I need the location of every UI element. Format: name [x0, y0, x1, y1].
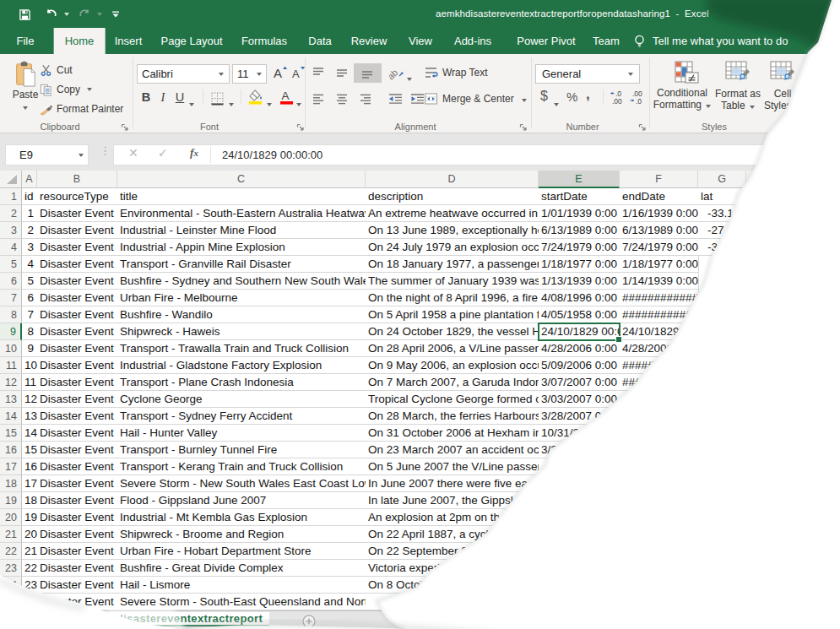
- cell-B1[interactable]: resourceType: [37, 188, 118, 205]
- cell-G1[interactable]: lat: [698, 188, 747, 205]
- cell-A7[interactable]: 6: [22, 290, 38, 306]
- cell-C19[interactable]: Flood - Gippsland June 2007: [117, 492, 366, 509]
- cell-D1[interactable]: description: [366, 188, 539, 205]
- cell-D23[interactable]: Victoria experienced: [366, 560, 539, 577]
- customize-qat-button[interactable]: [110, 10, 122, 19]
- cell-B6[interactable]: Disaster Event: [37, 273, 118, 290]
- row-header-13[interactable]: 13: [0, 391, 22, 408]
- cell-F20[interactable]: [620, 509, 699, 526]
- cell-C14[interactable]: Transport - Sydney Ferry Accident: [117, 408, 366, 425]
- cell-C21[interactable]: Shipwreck - Broome and Region: [117, 526, 366, 543]
- cell-D7[interactable]: On the night of 8 April 1996, a fire: [366, 290, 539, 306]
- select-all-button[interactable]: [0, 171, 22, 188]
- row-header-23[interactable]: 23: [0, 560, 22, 577]
- sheet-tab-active[interactable]: disastereventextractreport: [110, 612, 269, 626]
- cell-C4[interactable]: Industrial - Appin Mine Explosion: [117, 239, 366, 256]
- cell-D17[interactable]: On 5 June 2007 the V/Line passenger: [366, 458, 539, 475]
- cell-E6[interactable]: 1/13/1939 0:00: [539, 273, 621, 290]
- cell-F21[interactable]: [620, 526, 699, 543]
- column-header-B[interactable]: B: [37, 171, 117, 188]
- tab-page-layout[interactable]: Page Layout: [149, 28, 233, 54]
- cell-C16[interactable]: Transport - Burnley Tunnel Fire: [117, 442, 366, 458]
- center-button[interactable]: [335, 92, 349, 109]
- cell-F5[interactable]: 1/18/1977 0:00: [620, 256, 699, 273]
- cell-A25[interactable]: 24: [22, 594, 38, 610]
- cell-D19[interactable]: In late June 2007, the Gippsland: [366, 492, 539, 509]
- cell-E1[interactable]: startDate: [539, 188, 621, 205]
- cell-C1[interactable]: title: [117, 188, 366, 205]
- increase-decimal-button[interactable]: .0.00: [610, 89, 626, 107]
- tab-data[interactable]: Data: [297, 28, 342, 54]
- cell-D6[interactable]: The summer of January 1939 was one: [366, 273, 539, 290]
- percent-style-button[interactable]: %: [566, 89, 577, 104]
- cell-D12[interactable]: On 7 March 2007, a Garuda Indonesia: [366, 374, 539, 391]
- name-box-resize-grip[interactable]: ⋮: [100, 149, 103, 165]
- cell-F3[interactable]: 6/13/1989 0:00: [620, 222, 699, 239]
- cell-A22[interactable]: 21: [22, 543, 38, 560]
- cell-C5[interactable]: Transport - Granville Rail Disaster: [117, 256, 366, 273]
- undo-dropdown[interactable]: [62, 13, 71, 16]
- cell-A19[interactable]: 18: [22, 492, 38, 509]
- cell-F14[interactable]: [620, 408, 699, 425]
- cell-D11[interactable]: On 9 May 2006, an explosion occurred: [366, 357, 539, 374]
- number-format-combo[interactable]: General: [535, 64, 640, 84]
- cell-C9[interactable]: Shipwreck - Haweis: [117, 323, 366, 340]
- underline-button[interactable]: U: [174, 90, 186, 104]
- cell-E25[interactable]: [539, 594, 621, 610]
- cell-B14[interactable]: Disaster Event: [37, 408, 118, 425]
- italic-button[interactable]: I: [158, 90, 168, 105]
- cell-D10[interactable]: On 28 April 2006, a V/Line passenger: [366, 340, 539, 357]
- cell-A23[interactable]: 22: [22, 560, 38, 577]
- row-header-18[interactable]: 18: [0, 475, 22, 492]
- cell-E8[interactable]: 4/05/1958 0:00: [539, 306, 621, 323]
- cell-F1[interactable]: endDate: [620, 188, 699, 205]
- cell-B5[interactable]: Disaster Event: [37, 256, 118, 273]
- merge-center-button[interactable]: Merge & Center: [424, 92, 527, 106]
- cut-button[interactable]: Cut: [40, 63, 73, 77]
- align-left-button[interactable]: [312, 92, 325, 109]
- cell-F18[interactable]: [620, 475, 699, 492]
- column-header-H[interactable]: H: [746, 171, 840, 188]
- tab-power-pivot[interactable]: Power Pivot: [506, 28, 586, 54]
- cell-A17[interactable]: 16: [22, 458, 38, 475]
- cell-B19[interactable]: Disaster Event: [37, 492, 118, 509]
- format-as-table-button[interactable]: Format as Table: [713, 61, 762, 111]
- cell-styles-button[interactable]: Cell Styles: [758, 61, 807, 111]
- row-header-22[interactable]: 22: [0, 543, 22, 560]
- shrink-font-button[interactable]: A: [290, 65, 306, 84]
- cell-A11[interactable]: 10: [22, 357, 38, 374]
- paste-button[interactable]: Paste: [8, 59, 42, 120]
- accounting-dropdown[interactable]: [554, 97, 559, 109]
- cell-B22[interactable]: Disaster Event: [37, 543, 118, 560]
- cell-E10[interactable]: 4/28/2006 0:00: [539, 340, 621, 357]
- undo-button[interactable]: [43, 8, 60, 21]
- accounting-format-button[interactable]: $: [540, 89, 548, 104]
- font-dialog-launcher[interactable]: [296, 123, 305, 132]
- fill-color-button[interactable]: [247, 89, 264, 108]
- column-header-D[interactable]: D: [366, 171, 539, 188]
- tab-add-ins[interactable]: Add-ins: [443, 28, 502, 54]
- cell-G2[interactable]: -33.11: [698, 205, 747, 222]
- new-sheet-button[interactable]: [302, 613, 316, 628]
- save-button[interactable]: [15, 8, 34, 21]
- align-right-button[interactable]: [359, 92, 372, 109]
- cell-B13[interactable]: Disaster Event: [37, 391, 118, 408]
- conditional-formatting-button[interactable]: Conditional Formatting: [652, 61, 713, 111]
- cell-F24[interactable]: [620, 577, 699, 594]
- formula-input[interactable]: 24/10/1829 00:00:00: [222, 145, 322, 165]
- cell-B8[interactable]: Disaster Event: [37, 306, 118, 323]
- font-size-combo[interactable]: 11: [232, 64, 267, 84]
- cell-B9[interactable]: Disaster Event: [37, 323, 118, 340]
- cell-B16[interactable]: Disaster Event: [37, 442, 118, 458]
- orientation-button[interactable]: ab: [389, 65, 404, 83]
- cell-B3[interactable]: Disaster Event: [37, 222, 118, 239]
- cell-C6[interactable]: Bushfire - Sydney and Southern New South…: [117, 273, 366, 290]
- cell-F10[interactable]: 4/28/2006 0:00: [620, 340, 699, 357]
- column-header-F[interactable]: F: [620, 171, 698, 188]
- cell-F12[interactable]: ############: [620, 374, 699, 391]
- cell-E7[interactable]: 4/08/1996 0:00: [539, 290, 621, 306]
- cell-A20[interactable]: 19: [22, 509, 38, 526]
- cell-D18[interactable]: In June 2007 there were five east: [366, 475, 539, 492]
- cell-F23[interactable]: [620, 560, 699, 577]
- cell-E23[interactable]: [539, 560, 621, 577]
